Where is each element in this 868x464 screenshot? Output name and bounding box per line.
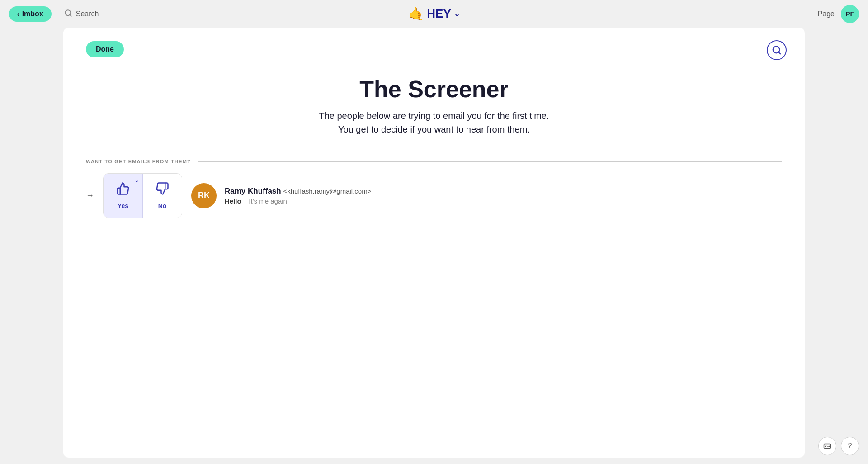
page-title-section: The Screener The people below are trying… <box>86 76 782 136</box>
email-preview-text: Hello – It's me again <box>225 197 371 205</box>
arrow-indicator: → <box>86 191 94 200</box>
action-buttons: ⌄ Yes No <box>103 173 182 218</box>
section-heading: WANT TO GET EMAILS FROM THEM? <box>86 159 782 164</box>
done-button[interactable]: Done <box>86 41 124 57</box>
chevron-left-icon: ‹ <box>17 10 19 18</box>
top-nav: ‹ Imbox Search 🤙 HEY ⌄ Page PF <box>0 0 868 28</box>
yes-label: Yes <box>118 202 128 209</box>
yes-button[interactable]: ⌄ Yes <box>104 174 143 218</box>
sender-name: Ramy Khuffash <khuffash.ramy@gmail.com> <box>225 187 371 196</box>
page-subtitle-line2: You get to decide if you want to hear fr… <box>86 123 782 136</box>
email-subject: Hello <box>225 197 241 205</box>
help-icon: ? <box>848 442 852 450</box>
thumbs-up-icon <box>116 182 130 199</box>
email-snippet: – It's me again <box>243 197 287 205</box>
sender-avatar: RK <box>191 183 217 208</box>
email-preview[interactable]: RK Ramy Khuffash <khuffash.ramy@gmail.co… <box>191 183 371 208</box>
hand-wave-icon: 🤙 <box>408 6 424 21</box>
nav-right: Page PF <box>818 5 859 23</box>
search-circle-button[interactable] <box>767 40 787 60</box>
section-divider <box>198 161 782 162</box>
email-info: Ramy Khuffash <khuffash.ramy@gmail.com> … <box>225 187 371 205</box>
dropdown-arrow-icon: ⌄ <box>134 177 139 184</box>
page-label: Page <box>818 10 835 18</box>
no-button[interactable]: No <box>143 174 182 218</box>
screener-item: → ⌄ Yes <box>86 173 782 218</box>
section-heading-text: WANT TO GET EMAILS FROM THEM? <box>86 159 191 164</box>
page-title: The Screener <box>86 76 782 103</box>
bottom-right-controls: ? <box>818 437 859 455</box>
hey-logo[interactable]: 🤙 HEY ⌄ <box>408 6 459 21</box>
imbox-label: Imbox <box>22 10 43 18</box>
page-subtitle-line1: The people below are trying to email you… <box>86 109 782 123</box>
thumbs-down-icon <box>156 182 169 199</box>
imbox-button[interactable]: ‹ Imbox <box>9 6 52 22</box>
search-label: Search <box>76 10 99 18</box>
search-bar[interactable]: Search <box>57 5 106 23</box>
main-panel: Done The Screener The people below are t… <box>63 28 805 458</box>
search-icon <box>64 9 72 19</box>
sender-full-name: Ramy Khuffash <box>225 187 281 195</box>
logo-text: HEY <box>427 7 451 21</box>
svg-rect-4 <box>824 444 831 449</box>
no-label: No <box>158 202 167 209</box>
avatar[interactable]: PF <box>841 5 859 23</box>
svg-line-1 <box>70 14 71 16</box>
keyboard-button[interactable] <box>818 437 836 455</box>
help-button[interactable]: ? <box>841 437 859 455</box>
sender-email: <khuffash.ramy@gmail.com> <box>283 187 371 195</box>
chevron-down-icon: ⌄ <box>454 9 460 18</box>
svg-line-3 <box>778 52 780 54</box>
